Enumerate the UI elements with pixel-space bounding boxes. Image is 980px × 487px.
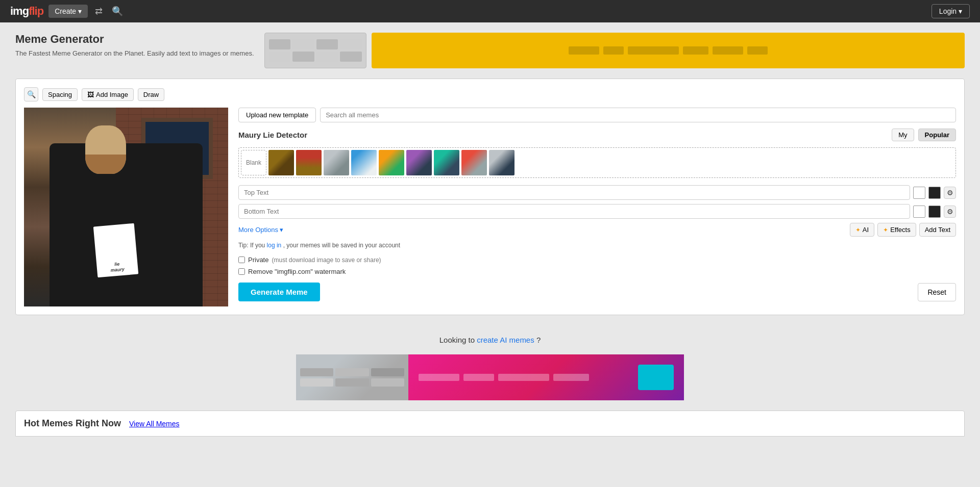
add-text-button[interactable]: Add Text xyxy=(919,223,956,237)
template-thumb-9[interactable] xyxy=(489,150,514,175)
create-ai-memes-label: create AI memes xyxy=(477,336,534,344)
zoom-icon: 🔍 xyxy=(27,90,36,98)
template-thumb-4[interactable] xyxy=(351,150,377,175)
add-image-label: Add Image xyxy=(96,91,128,98)
top-text-input[interactable] xyxy=(238,185,910,200)
hot-memes-title: Hot Memes Right Now xyxy=(24,418,121,429)
zoom-button[interactable]: 🔍 xyxy=(24,87,38,101)
banner-yellow-pixel xyxy=(747,46,768,55)
private-label: Private xyxy=(248,256,268,264)
page-subtitle: The Fastest Meme Generator on the Planet… xyxy=(15,49,254,58)
chevron-down-icon: ▾ xyxy=(959,7,962,15)
watermark-checkbox-row: Remove "imgflip.com" watermark xyxy=(238,268,956,275)
banner-pixel xyxy=(371,368,404,376)
bottom-text-color-white[interactable] xyxy=(913,206,925,218)
template-thumb-1[interactable] xyxy=(268,150,294,175)
chevron-down-icon: ▾ xyxy=(78,7,82,15)
bottom-text-row: ⚙ xyxy=(238,204,956,219)
bottom-text-input[interactable] xyxy=(238,204,910,219)
banner-pink-pixel xyxy=(463,374,494,381)
top-section: Meme Generator The Fastest Meme Generato… xyxy=(15,33,965,68)
banner-pixel xyxy=(340,52,362,62)
generate-label: Generate Meme xyxy=(251,288,308,296)
ai-memes-section: Looking to create AI memes ? xyxy=(15,325,965,354)
tip-suffix: , your memes will be saved in your accou… xyxy=(283,242,400,249)
bottom-text-settings-button[interactable]: ⚙ xyxy=(944,206,956,218)
template-thumb-7[interactable] xyxy=(434,150,459,175)
bottom-banner-pixels xyxy=(300,368,404,387)
ad-banner-right xyxy=(372,33,965,68)
template-thumb-2[interactable] xyxy=(296,150,322,175)
banner-yellow-pixel xyxy=(713,46,743,55)
search-memes-input[interactable] xyxy=(320,108,956,122)
sparkle-icon: ✦ xyxy=(883,226,888,234)
template-thumb-3[interactable] xyxy=(324,150,349,175)
sparkle-icon: ✦ xyxy=(855,226,861,234)
effects-button[interactable]: ✦ Effects xyxy=(877,223,916,237)
top-text-row: ⚙ xyxy=(238,185,956,200)
page-title: Meme Generator xyxy=(15,33,254,46)
hot-memes-header: Hot Memes Right Now View All Memes xyxy=(15,411,965,437)
template-thumb-5[interactable] xyxy=(379,150,404,175)
bottom-text-color-black[interactable] xyxy=(928,206,941,218)
search-icon[interactable]: 🔍 xyxy=(110,4,125,19)
view-all-memes-link[interactable]: View All Memes xyxy=(129,420,180,428)
spacing-button[interactable]: Spacing xyxy=(42,88,78,101)
reset-button[interactable]: Reset xyxy=(918,283,956,301)
gear-icon: ⚙ xyxy=(947,189,953,197)
controls-area: Upload new template Maury Lie Detector M… xyxy=(238,108,956,306)
ai-memes-suffix: ? xyxy=(536,336,541,344)
private-checkbox[interactable] xyxy=(238,257,245,263)
hot-memes-section: Hot Memes Right Now View All Memes xyxy=(15,411,965,437)
bottom-ad-banner xyxy=(296,354,684,400)
tab-my[interactable]: My xyxy=(892,129,914,141)
hair xyxy=(85,155,126,174)
private-checkbox-row: Private (must download image to save or … xyxy=(238,256,956,264)
tab-popular-label: Popular xyxy=(925,131,949,139)
top-text-color-black[interactable] xyxy=(928,187,941,199)
log-in-link[interactable]: log in xyxy=(267,242,283,249)
draw-label: Draw xyxy=(143,91,159,98)
person-head xyxy=(85,125,126,174)
upload-template-button[interactable]: Upload new template xyxy=(238,108,316,122)
tip-row: Tip: If you log in , your memes will be … xyxy=(238,242,956,249)
watermark-checkbox[interactable] xyxy=(238,268,245,275)
template-thumb-6[interactable] xyxy=(406,150,432,175)
meme-area: liemaury Upload new template Maury Lie D… xyxy=(24,108,956,306)
add-image-button[interactable]: 🖼 Add Image xyxy=(82,88,134,101)
banner-yellow-pixel xyxy=(603,46,624,55)
main-content: Meme Generator The Fastest Meme Generato… xyxy=(0,22,980,447)
banner-pixel xyxy=(292,39,314,49)
banner-pixel xyxy=(340,39,362,49)
template-thumbnails: Blank xyxy=(238,147,956,178)
blank-template[interactable]: Blank xyxy=(241,150,266,175)
banner-pixel xyxy=(316,39,338,49)
brand-img-part1: img xyxy=(10,5,29,17)
toolbar: 🔍 Spacing 🖼 Add Image Draw xyxy=(24,87,956,101)
generate-meme-button[interactable]: Generate Meme xyxy=(238,283,320,301)
create-button[interactable]: Create ▾ xyxy=(48,5,88,18)
log-in-link-text: log in xyxy=(267,242,282,249)
brand-logo[interactable]: imgflip xyxy=(10,5,43,18)
template-row: Upload new template xyxy=(238,108,956,122)
shuffle-icon[interactable]: ⇄ xyxy=(93,4,105,19)
login-button[interactable]: Login ▾ xyxy=(932,4,970,18)
template-selector: Maury Lie Detector My Popular xyxy=(238,129,956,141)
create-ai-memes-link[interactable]: create AI memes xyxy=(477,336,536,344)
brand-img-part2: flip xyxy=(29,5,43,17)
template-thumb-8[interactable] xyxy=(461,150,487,175)
bottom-banner-right xyxy=(408,354,684,400)
banner-pink-pixel xyxy=(419,374,459,381)
more-options-button[interactable]: More Options ▾ xyxy=(238,226,283,234)
ai-button[interactable]: ✦ AI xyxy=(850,223,874,237)
tab-popular[interactable]: Popular xyxy=(918,129,956,141)
image-icon: 🖼 xyxy=(87,91,94,98)
bottom-banner-left xyxy=(296,354,408,400)
blank-label: Blank xyxy=(246,159,261,166)
banner-pixel xyxy=(292,52,314,62)
paper-text: liemaury xyxy=(110,261,125,273)
chevron-down-icon: ▾ xyxy=(280,226,283,234)
top-text-color-white[interactable] xyxy=(913,187,925,199)
top-text-settings-button[interactable]: ⚙ xyxy=(944,187,956,199)
draw-button[interactable]: Draw xyxy=(138,88,164,101)
